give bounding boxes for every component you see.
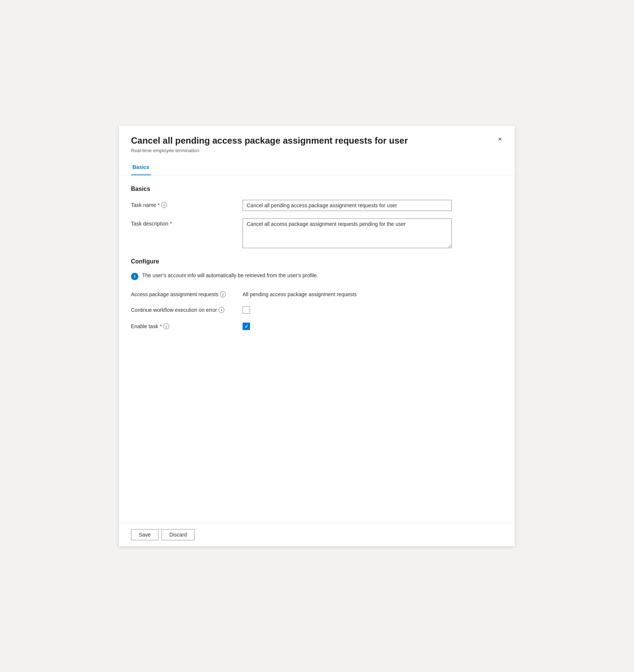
- access-package-info-icon[interactable]: i: [220, 291, 226, 297]
- enable-task-info-icon[interactable]: i: [163, 323, 169, 329]
- basics-section-title: Basics: [131, 186, 503, 192]
- enable-task-row: Enable task * i: [131, 321, 503, 330]
- info-circle-icon: i: [131, 273, 138, 280]
- enable-task-checkbox[interactable]: [243, 323, 250, 330]
- dialog-header: Cancel all pending access package assign…: [119, 126, 515, 159]
- enable-task-required: *: [160, 323, 161, 329]
- dialog-title: Cancel all pending access package assign…: [131, 135, 503, 146]
- dialog-footer: Save Discard: [119, 523, 515, 546]
- task-name-input-wrapper: [243, 200, 503, 211]
- discard-button[interactable]: Discard: [161, 529, 195, 540]
- configure-section-title: Configure: [131, 258, 503, 265]
- access-package-value: All pending access package assignment re…: [243, 289, 357, 297]
- enable-task-label-text: Enable task: [131, 323, 158, 329]
- task-name-info-icon[interactable]: i: [161, 202, 167, 208]
- tabs-bar: Basics: [119, 159, 515, 175]
- task-name-row: Task name * i: [131, 200, 503, 211]
- continue-on-error-label-text: Continue workflow execution on error: [131, 307, 217, 313]
- task-description-label: Task description *: [131, 218, 243, 227]
- task-description-input[interactable]: Cancel all access package assignment req…: [243, 218, 452, 248]
- save-button[interactable]: Save: [131, 529, 158, 540]
- task-name-label: Task name * i: [131, 200, 243, 208]
- task-name-input[interactable]: [243, 200, 452, 211]
- info-banner: i The user's account info will automatic…: [131, 272, 503, 280]
- task-description-label-text: Task description: [131, 221, 168, 227]
- continue-on-error-row: Continue workflow execution on error i: [131, 305, 503, 314]
- access-package-label-text: Access package assignment requests: [131, 291, 218, 297]
- dialog-content: Basics Task name * i Task description * …: [119, 175, 515, 523]
- close-button[interactable]: ×: [494, 133, 506, 145]
- continue-on-error-info-icon[interactable]: i: [218, 307, 224, 313]
- info-banner-text: The user's account info will automatical…: [142, 272, 318, 278]
- enable-task-label: Enable task * i: [131, 321, 243, 329]
- continue-on-error-checkbox-wrapper: [243, 305, 250, 314]
- continue-on-error-label: Continue workflow execution on error i: [131, 305, 243, 313]
- dialog: Cancel all pending access package assign…: [119, 126, 515, 546]
- task-description-input-wrapper: Cancel all access package assignment req…: [243, 218, 503, 249]
- dialog-subtitle: Real-time employee termination: [131, 148, 503, 153]
- task-description-required: *: [170, 221, 172, 227]
- continue-on-error-checkbox[interactable]: [243, 306, 250, 314]
- task-name-required: *: [158, 202, 160, 208]
- task-description-row: Task description * Cancel all access pac…: [131, 218, 503, 249]
- configure-section: Configure i The user's account info will…: [131, 258, 503, 330]
- access-package-row: Access package assignment requests i All…: [131, 289, 503, 297]
- tab-basics[interactable]: Basics: [131, 160, 151, 175]
- access-package-label: Access package assignment requests i: [131, 289, 243, 297]
- enable-task-checkbox-wrapper: [243, 321, 250, 330]
- task-name-label-text: Task name: [131, 202, 156, 208]
